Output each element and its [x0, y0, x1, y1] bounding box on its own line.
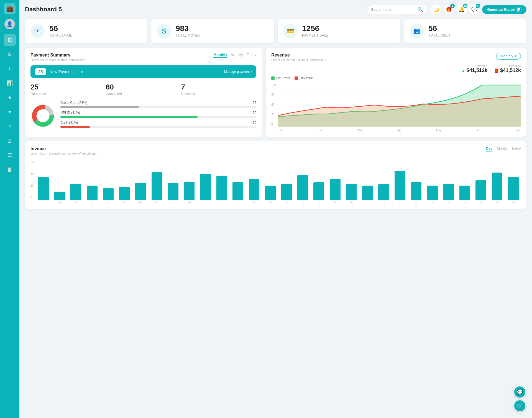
invoice-bars: [36, 160, 521, 200]
revenue-card: Revenue Lorem ipsum dolor sit amet, cons…: [266, 48, 526, 137]
search-box[interactable]: 🔍: [367, 5, 428, 14]
payment-summary-title: Payment Summary: [30, 53, 85, 58]
bar-col-14: [263, 186, 278, 200]
cart-float-btn[interactable]: 🛒: [514, 400, 525, 411]
money-number: 983: [176, 25, 201, 32]
completed-label: Completed: [106, 92, 181, 96]
bar-18: [330, 179, 341, 200]
cash-bar-fill: [60, 126, 90, 128]
bar-col-7: [149, 172, 164, 200]
payment-summary-header: Payment Summary Lorem ipsum dolor sit am…: [30, 53, 256, 61]
stat-info-email: 56 TOTAL EMAIL: [49, 25, 72, 37]
bar-9: [184, 182, 195, 200]
bar-label-22: 23: [392, 201, 407, 204]
sidebar-item-settings[interactable]: ⚙: [4, 48, 16, 60]
sidebar-item-star[interactable]: ★: [4, 91, 16, 104]
bar-label-4: 05: [101, 201, 116, 204]
bar-col-5: [117, 187, 132, 200]
bar-col-4: [101, 188, 116, 200]
bar-13: [249, 179, 260, 200]
bar-col-24: [424, 186, 440, 200]
dark-mode-btn[interactable]: 🌙: [431, 4, 441, 14]
bar-26: [459, 186, 470, 200]
user-icon: 👥: [410, 24, 424, 38]
sidebar-item-heart1[interactable]: ♥: [4, 106, 16, 118]
search-icon[interactable]: 🔍: [418, 7, 423, 12]
invoice-x-labels: 0102030405060708091011121314151617181920…: [36, 200, 521, 204]
sidebar-logo[interactable]: 💼: [4, 3, 16, 14]
cash-count: 10: [253, 121, 256, 125]
new-payments-count: 25: [35, 68, 46, 75]
bar-col-11: [214, 176, 229, 200]
invoice-y-axis: 0204060: [30, 160, 36, 204]
sidebar-item-docs[interactable]: 📋: [4, 163, 16, 176]
bar-29: [508, 177, 519, 200]
bar-label-21: 22: [376, 201, 391, 204]
trio-completed: 60 Completed: [106, 83, 181, 96]
invoice-tab-day[interactable]: Day: [486, 146, 492, 152]
generate-report-button[interactable]: Generate Report 📊: [482, 5, 526, 14]
bar-label-29: 30: [506, 201, 521, 204]
payment-summary-tabs: Monthly Weekly Today: [213, 53, 256, 58]
bar-col-8: [165, 183, 181, 200]
invoice-chart-area: 0102030405060708091011121314151617181920…: [36, 160, 521, 204]
invoice-tab-today[interactable]: Today: [511, 146, 521, 152]
onprocess-number: 25: [30, 83, 106, 91]
gift-badge: 2: [450, 4, 455, 8]
bar-21: [378, 184, 389, 200]
bar-col-22: [392, 171, 407, 200]
bar-label-25: 26: [441, 201, 456, 204]
svg-point-3: [37, 109, 50, 122]
search-input[interactable]: [371, 7, 415, 12]
sidebar-item-list[interactable]: ☰: [4, 149, 16, 161]
bar-col-16: [295, 175, 310, 200]
user-avatar[interactable]: 👤: [4, 19, 15, 29]
sidebar-item-dashboard[interactable]: ⊞: [4, 34, 16, 46]
tab-monthly[interactable]: Monthly: [213, 53, 227, 58]
legend-revenue: Revenue: [295, 76, 313, 80]
expense-item: Expense 🧧 $41,512k: [494, 64, 521, 73]
bell-btn[interactable]: 🔔 12: [457, 4, 467, 14]
bar-label-0: 01: [36, 201, 51, 204]
bar-col-13: [246, 179, 262, 200]
bar-col-10: [198, 174, 213, 200]
bar-col-15: [279, 184, 294, 200]
stat-card-money: $ 983 TOTAL MONEY: [151, 19, 274, 43]
cash-label: Cash (41%): [60, 121, 78, 125]
new-payments-left: 25 New Payments: [35, 68, 83, 75]
bar-label-19: 20: [344, 201, 359, 204]
sidebar-item-print[interactable]: 🖨: [4, 135, 16, 147]
credit-card-label: Credit Card (24%): [60, 101, 87, 105]
bar-col-1: [52, 192, 67, 200]
revenue-monthly-dropdown[interactable]: Monthly ▾: [496, 53, 521, 60]
invoice-card: Invoice Lorem ipsum is simply dummy text…: [25, 141, 526, 209]
tab-today[interactable]: Today: [247, 53, 257, 58]
bar-label-16: 17: [295, 201, 310, 204]
sidebar-item-heart2[interactable]: ♥: [4, 120, 16, 132]
trio-onprocess: 25 On process: [30, 83, 106, 96]
tab-weekly[interactable]: Weekly: [231, 53, 243, 58]
chat-btn[interactable]: 💬 5: [469, 4, 479, 14]
stat-info-money: 983 TOTAL MONEY: [176, 25, 201, 37]
bar-label-9: 10: [181, 201, 197, 204]
new-payments-label: New Payments: [50, 70, 76, 74]
credit-card-bar-bg: [60, 106, 256, 108]
bar-15: [281, 184, 292, 200]
float-buttons: 💬 🛒: [514, 386, 525, 411]
sidebar-item-chart[interactable]: 📊: [4, 77, 16, 89]
bar-14: [265, 186, 276, 200]
gift-btn[interactable]: 🎁 2: [444, 4, 454, 14]
support-float-btn[interactable]: 💬: [514, 386, 525, 398]
bar-label-17: 18: [311, 201, 326, 204]
money-label: TOTAL MONEY: [176, 34, 201, 37]
manage-payment-link[interactable]: Manage payment ›: [224, 70, 252, 74]
bar-11: [216, 176, 227, 200]
bar-23: [411, 182, 421, 200]
invoice-tab-month[interactable]: Month: [497, 146, 507, 152]
sidebar-item-info[interactable]: ℹ: [4, 63, 16, 75]
bar-label-28: 29: [489, 201, 505, 204]
new-payments-dot: [81, 71, 83, 73]
bar-col-12: [230, 182, 245, 200]
chat-badge: 5: [476, 4, 480, 8]
bar-28: [492, 173, 503, 200]
